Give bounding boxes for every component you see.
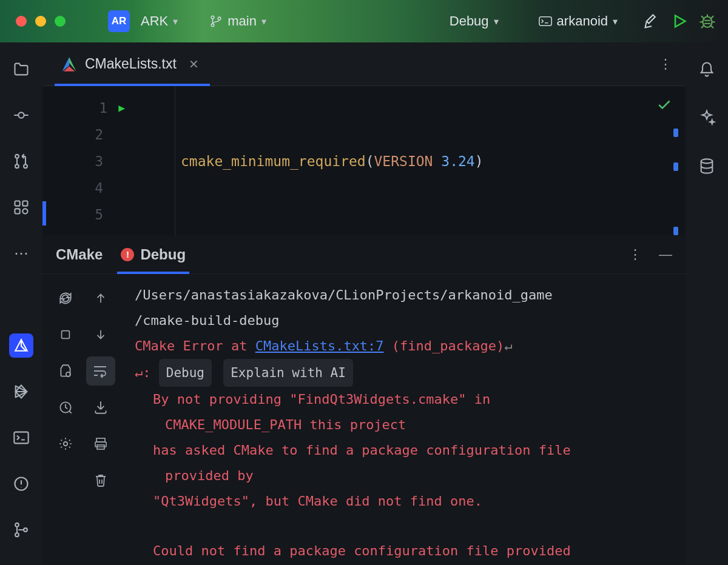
change-marker [42, 201, 46, 226]
database-button[interactable] [695, 154, 719, 178]
svg-point-8 [24, 164, 27, 168]
commit-tool-button[interactable] [9, 103, 33, 127]
svg-point-6 [15, 155, 19, 158]
minimize-window-icon[interactable] [35, 16, 46, 27]
titlebar: AR ARK ▾ main ▾ Debug ▾ arkanoid ▾ [0, 0, 728, 42]
close-window-icon[interactable] [16, 16, 27, 27]
branch-selector[interactable]: main ▾ [204, 11, 271, 32]
cmake-options-button[interactable] [51, 429, 80, 458]
cmake-tab[interactable]: CMake [56, 235, 103, 274]
svg-rect-19 [62, 331, 70, 339]
cmake-cache-button[interactable] [51, 393, 80, 422]
cmake-tool-button[interactable] [9, 333, 33, 358]
bottom-tool-panel: CMake ! Debug ⋮ — /Users/anastasiakazako… [42, 235, 686, 565]
cmake-file-icon [61, 56, 78, 73]
project-tool-button[interactable] [9, 57, 33, 81]
chevron-down-icon: ▾ [173, 16, 178, 27]
svg-point-2 [218, 17, 221, 20]
stop-button[interactable] [51, 320, 80, 349]
explain-ai-button[interactable]: Explain with AI [223, 359, 353, 387]
open-cmake-settings-button[interactable] [51, 356, 80, 386]
pull-requests-button[interactable] [9, 149, 33, 173]
bottom-panel-tab-bar: CMake ! Debug ⋮ — [42, 235, 686, 274]
console-error-line: Could not find a package configuration f… [135, 538, 673, 564]
services-tool-button[interactable] [9, 379, 33, 404]
editor-tab-filename: CMakeLists.txt [85, 56, 177, 72]
download-button[interactable] [86, 393, 115, 422]
line-number: 1 [99, 95, 107, 121]
tab-options-button[interactable]: ⋮ [659, 56, 673, 72]
error-file-link[interactable]: CMakeLists.txt:7 [255, 338, 384, 353]
svg-point-5 [18, 112, 24, 118]
svg-point-16 [15, 533, 19, 537]
code-content[interactable]: cmake_minimum_required(VERSION 3.24) pro… [132, 86, 484, 235]
panel-minimize-button[interactable]: — [659, 247, 672, 262]
build-config-selector[interactable]: Debug ▾ [445, 11, 504, 32]
up-arrow-button[interactable] [86, 284, 115, 313]
chevron-down-icon: ▾ [261, 16, 266, 27]
editor-tab-bar: CMakeLists.txt ✕ ⋮ [42, 42, 686, 86]
svg-rect-13 [14, 432, 28, 444]
down-arrow-button[interactable] [86, 320, 115, 349]
window-controls [16, 16, 66, 27]
svg-point-1 [211, 24, 214, 27]
svg-point-22 [64, 442, 68, 446]
right-tool-strip [686, 42, 728, 565]
editor-gutter: 1▶ 2 3 4 5 [42, 86, 132, 235]
print-button[interactable] [86, 429, 115, 458]
project-badge[interactable]: AR [108, 10, 130, 32]
analysis-ok-icon[interactable] [656, 97, 672, 113]
notifications-button[interactable] [695, 57, 719, 81]
debug-tab[interactable]: ! Debug [121, 235, 186, 274]
debug-tab-label: Debug [140, 246, 186, 263]
vcs-tool-button[interactable] [9, 518, 33, 542]
run-target-selector[interactable]: arkanoid ▾ [534, 11, 622, 32]
build-config-label: Debug [450, 13, 489, 29]
more-tool-button[interactable]: ⋯ [9, 241, 33, 266]
structure-tool-button[interactable] [9, 195, 33, 219]
run-button[interactable] [669, 10, 690, 32]
svg-point-17 [24, 528, 27, 532]
zoom-window-icon[interactable] [55, 16, 66, 27]
terminal-rect-icon [539, 15, 552, 27]
console-line: /Users/anastasiakazakova/CLionProjects/a… [135, 282, 673, 308]
cmake-console[interactable]: /Users/anastasiakazakova/CLionProjects/a… [125, 274, 686, 565]
code-editor[interactable]: 1▶ 2 3 4 5 cmake_minimum_required(VERSIO… [42, 86, 686, 235]
svg-rect-3 [539, 17, 551, 26]
close-tab-icon[interactable]: ✕ [189, 57, 199, 72]
problems-tool-button[interactable] [9, 472, 33, 496]
run-gutter-icon[interactable]: ▶ [118, 95, 125, 121]
console-error-line: has asked CMake to find a package config… [135, 438, 673, 463]
terminal-tool-button[interactable] [9, 426, 33, 450]
run-target-label: arkanoid [557, 13, 608, 29]
console-action-row: ↵: Debug Explain with AI [135, 359, 673, 387]
line-number: 2 [95, 121, 103, 148]
scrollbar-markers [673, 129, 678, 235]
project-selector[interactable]: ARK ▾ [136, 11, 183, 32]
reload-cmake-button[interactable] [51, 284, 80, 313]
error-badge-icon: ! [121, 248, 134, 261]
svg-rect-11 [15, 209, 20, 213]
ai-assistant-button[interactable] [695, 105, 719, 130]
debug-action-button[interactable]: Debug [159, 359, 212, 387]
svg-point-7 [15, 164, 19, 168]
editor-tab[interactable]: CMakeLists.txt ✕ [55, 42, 210, 86]
cmake-toolbar [42, 274, 125, 565]
build-button[interactable] [641, 10, 662, 32]
svg-rect-9 [15, 201, 20, 206]
console-error-line: CMAKE_MODULE_PATH this project [135, 412, 673, 438]
debug-button[interactable] [696, 10, 718, 32]
console-error-line: CMake Error at CMakeLists.txt:7 (find_pa… [135, 333, 673, 359]
soft-wrap-button[interactable] [86, 356, 115, 386]
svg-rect-23 [96, 438, 105, 442]
console-error-line: By not providing "FindQt3Widgets.cmake" … [135, 387, 673, 412]
panel-options-button[interactable]: ⋮ [629, 247, 642, 262]
chevron-down-icon: ▾ [613, 16, 618, 27]
delete-cache-button[interactable] [86, 466, 115, 495]
left-tool-strip: ⋯ [0, 42, 42, 565]
line-number: 3 [95, 148, 103, 175]
svg-point-18 [701, 159, 713, 163]
line-number: 5 [95, 201, 103, 228]
line-number: 4 [95, 175, 103, 201]
svg-point-12 [22, 209, 27, 213]
